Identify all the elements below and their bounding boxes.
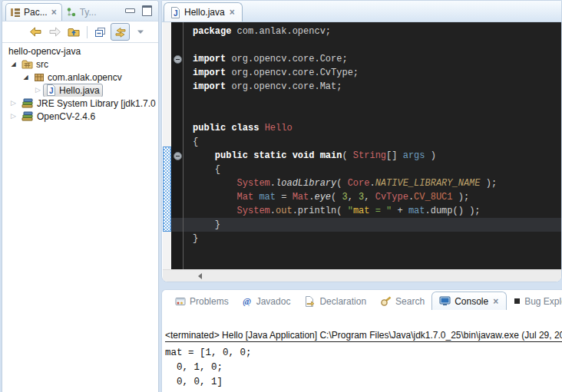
tab-search[interactable]: Search (373, 292, 431, 310)
maximize-icon[interactable] (142, 5, 152, 16)
package-icon (34, 73, 45, 82)
svg-text:@: @ (243, 296, 251, 306)
console-output[interactable]: mat = [1, 0, 0; 0, 1, 0; 0, 0, 1] (165, 346, 562, 390)
editor-tab-label: Hello.java (184, 7, 225, 18)
code-line: { (193, 135, 561, 149)
code-editor[interactable]: package com.anlak.opencv;import org.open… (183, 22, 561, 269)
fold-collapse-icon[interactable] (174, 55, 182, 64)
code-line: package com.anlak.opencv; (193, 25, 561, 38)
tree-item-label-box: OpenCV-2.4.6 (18, 110, 98, 123)
tab-javadoc[interactable]: @Javadoc (236, 292, 298, 310)
square-icon (514, 298, 521, 305)
editor-area: J Hello.java package com.anlak.opencv;im… (161, 0, 562, 282)
tab-label: Pac... (24, 7, 48, 18)
library-icon (21, 111, 34, 121)
editor-body: package com.anlak.opencv;import org.open… (163, 22, 561, 269)
tab-label: Declaration (319, 296, 366, 307)
code-line: System.out.println( "mat = " + mat.dump(… (193, 204, 561, 218)
view-menu-button[interactable] (131, 24, 149, 40)
range-indicator (163, 147, 171, 232)
close-icon[interactable] (492, 296, 499, 307)
code-line: { (193, 163, 561, 176)
tab-bug-explorer[interactable]: Bug Explorer (507, 292, 562, 310)
type-hierarchy-icon (66, 7, 77, 18)
collapse-all-button[interactable] (91, 24, 109, 40)
code-line: import org.opencv.core.Mat; (193, 80, 561, 94)
tab-console[interactable]: Console (431, 292, 507, 310)
vertical-ruler[interactable] (163, 22, 171, 269)
tab-type-hierarchy[interactable]: Ty... (62, 4, 101, 21)
close-icon[interactable] (229, 7, 236, 18)
package-explorer-icon (10, 7, 21, 18)
tree-item-label-box: com.anlak.opencv (31, 71, 125, 84)
tab-declaration[interactable]: Declaration (297, 292, 373, 310)
tab-label: Ty... (80, 7, 97, 18)
code-line: import org.opencv.core.CvType; (193, 66, 561, 80)
collapsed-arrow-icon[interactable]: ▷ (33, 87, 43, 94)
forward-icon (48, 26, 61, 38)
expanded-arrow-icon[interactable]: ◢ (21, 74, 31, 81)
collapsed-arrow-icon[interactable]: ▷ (8, 100, 18, 107)
ruler-separator (183, 22, 183, 269)
back-button[interactable] (27, 24, 45, 40)
tree-item-label: src (36, 59, 48, 70)
tab-label: Problems (190, 296, 229, 307)
code-line: import org.opencv.core.Core; (193, 52, 561, 66)
view-menu-icon (137, 29, 144, 35)
tree-item-label-box: src (18, 58, 51, 71)
tree-item-src[interactable]: ◢src (2, 58, 158, 71)
back-icon (29, 26, 42, 38)
console-content: <terminated> Hello [Java Application] C:… (162, 310, 562, 390)
go-up-button[interactable] (65, 24, 83, 40)
view-window-buttons (125, 5, 158, 21)
scroll-left-arrow-icon[interactable] (198, 273, 202, 279)
horizontal-scrollbar[interactable] (163, 269, 561, 282)
tree-item-com-anlak-opencv[interactable]: ◢com.anlak.opencv (2, 71, 158, 84)
tree-item-label: com.anlak.opencv (48, 72, 122, 83)
code-line: } (193, 232, 561, 245)
package-explorer-view: Pac... Ty... hello-opencv-java◢src◢com.a… (2, 0, 159, 392)
code-line: System.loadLibrary( Core.NATIVE_LIBRARY_… (193, 176, 561, 190)
tab-label: Bug Explorer (524, 296, 562, 307)
minimize-icon[interactable] (125, 8, 135, 13)
tab-hello-java[interactable]: J Hello.java (164, 2, 243, 21)
tree-item-label: JRE System Library [jdk1.7.0 (37, 98, 156, 109)
java-file-icon: J (170, 7, 180, 18)
tab-package-explorer[interactable]: Pac... (5, 3, 62, 21)
library-icon (21, 98, 34, 108)
bottom-view-tabbar: Problems@JavadocDeclarationSearchConsole… (162, 290, 562, 310)
tab-label: Console (455, 296, 488, 307)
link-with-editor-icon (114, 26, 127, 38)
declaration-icon (304, 296, 316, 307)
code-line: } (193, 218, 561, 232)
tab-problems[interactable]: Problems (168, 292, 236, 310)
console-view: Problems@JavadocDeclarationSearchConsole… (161, 289, 562, 392)
code-line: public static void main( String[] args ) (193, 149, 561, 163)
code-line: public class Hello (193, 121, 561, 135)
collapsed-arrow-icon[interactable]: ▷ (8, 113, 18, 120)
console-process-info: <terminated> Hello [Java Application] C:… (165, 330, 562, 342)
expanded-arrow-icon[interactable]: ◢ (8, 61, 18, 68)
tree-item-label: hello-opencv-java (8, 46, 81, 57)
tree-item-hello-opencv-java[interactable]: hello-opencv-java (2, 44, 158, 58)
tree-item-jre-system-library-jdk1-7-0[interactable]: ▷JRE System Library [jdk1.7.0 (2, 97, 158, 110)
toolbar-separator (87, 26, 88, 38)
code-line (193, 38, 561, 52)
tree-item-opencv-2-4-6[interactable]: ▷OpenCV-2.4.6 (2, 110, 158, 123)
tree-item-hello-java[interactable]: ▷JHello.java (2, 84, 158, 97)
project-tree: hello-opencv-java◢src◢com.anlak.opencv▷J… (2, 43, 158, 123)
go-up-icon (68, 26, 81, 38)
java-file-icon: J (46, 84, 56, 96)
forward-button[interactable] (46, 24, 64, 40)
link-with-editor-button[interactable] (111, 23, 130, 41)
collapse-all-icon (94, 27, 106, 38)
problems-icon (175, 297, 186, 306)
svg-text:J: J (174, 9, 178, 18)
fold-collapse-icon[interactable] (174, 152, 182, 160)
src-folder-icon (21, 59, 33, 69)
folding-column[interactable] (171, 22, 183, 269)
view-tabbar: Pac... Ty... (2, 1, 158, 21)
close-icon[interactable] (51, 7, 58, 18)
tree-item-label-box: hello-opencv-java (5, 44, 84, 58)
code-line: Mat mat = Mat.eye( 3, 3, CvType.CV_8UC1 … (193, 190, 561, 204)
